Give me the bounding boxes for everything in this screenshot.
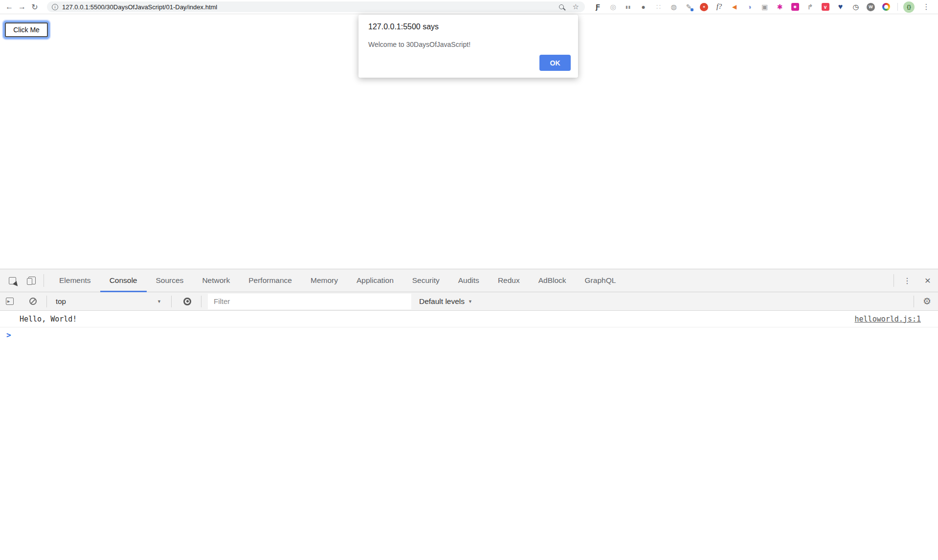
tabbar-right-separator — [893, 274, 894, 287]
back-icon[interactable]: ← — [3, 2, 16, 11]
columns-icon[interactable]: ▮▮ — [624, 2, 633, 12]
tab-graphql[interactable]: GraphQL — [576, 269, 625, 292]
chevron-down-icon: ▼ — [468, 299, 472, 304]
atom-pink-icon[interactable]: ✱ — [775, 2, 784, 12]
log-levels-select[interactable]: Default levels ▼ — [419, 297, 472, 306]
extensions-row: Ƒ ◎ ▮▮ ● ∷ ◍ ✎ ✶ f? ◀ ◑ ▣ ✱ ✱ ↱ v ♥ ◷ W — [593, 2, 891, 12]
page-content: Click Me 127.0.0.1:5500 says Welcome to … — [0, 15, 938, 269]
tab-application[interactable]: Application — [347, 269, 403, 292]
console-toolbar-separator — [171, 296, 172, 307]
gear-pink-icon[interactable]: ✱ — [791, 3, 799, 11]
tab-audits[interactable]: Audits — [449, 269, 489, 292]
elbow-icon[interactable]: ↱ — [805, 2, 815, 12]
prompt-chevron-icon: > — [6, 331, 11, 340]
url-bar[interactable]: i 127.0.0.1:5500/30DaysOfJavaScript/01-D… — [47, 1, 585, 12]
console-toolbar: ▶ top ▼ Default levels ▼ ⚙ — [0, 292, 938, 311]
frame-context-select[interactable]: top ▼ — [56, 297, 161, 305]
console-filter-input[interactable] — [208, 294, 411, 309]
eyedropper-icon[interactable]: ✎ — [684, 2, 693, 12]
reload-icon[interactable]: ↻ — [28, 2, 41, 12]
colorful-ring-icon[interactable] — [882, 3, 890, 11]
browser-toolbar: ← → ↻ i 127.0.0.1:5500/30DaysOfJavaScrip… — [0, 0, 938, 14]
page-info-icon[interactable]: i — [52, 4, 58, 10]
devtools-tabbar: Elements Console Sources Network Perform… — [0, 269, 938, 292]
console-toolbar-separator — [201, 296, 201, 307]
w-circle-icon[interactable]: W — [867, 3, 875, 11]
console-log-row: Hello, World! helloworld.js:1 — [0, 311, 938, 327]
url-text: 127.0.0.1:5500/30DaysOfJavaScript/01-Day… — [62, 3, 217, 11]
chevron-down-icon: ▼ — [157, 299, 161, 304]
console-messages: Hello, World! helloworld.js:1 > — [0, 311, 938, 342]
console-prompt[interactable]: > — [0, 327, 938, 342]
console-toolbar-separator — [46, 296, 47, 307]
console-toolbar-right: ⚙ — [904, 296, 938, 307]
live-expression-eye-icon[interactable] — [183, 298, 191, 305]
devtools-tabs: Elements Console Sources Network Perform… — [50, 269, 625, 292]
profile-avatar[interactable]: {} — [903, 1, 915, 13]
tab-adblock[interactable]: AdBlock — [529, 269, 576, 292]
log-levels-label: Default levels — [419, 297, 465, 306]
heart-search-icon[interactable]: ♥ — [836, 2, 845, 12]
stop-hand-icon[interactable]: ✶ — [700, 3, 708, 11]
fonts-ninja-icon[interactable]: Ƒ — [593, 2, 603, 12]
device-toolbar-icon[interactable] — [27, 277, 36, 285]
clear-console-icon[interactable] — [29, 298, 37, 305]
swirl-icon[interactable]: ◑ — [745, 2, 754, 12]
tab-performance[interactable]: Performance — [239, 269, 301, 292]
tab-memory[interactable]: Memory — [301, 269, 347, 292]
grid-disabled-icon[interactable]: ∷ — [654, 2, 663, 12]
tab-security[interactable]: Security — [403, 269, 449, 292]
inspect-element-icon[interactable] — [9, 277, 16, 284]
bookmark-star-icon[interactable]: ☆ — [573, 2, 579, 11]
f-question-icon[interactable]: f? — [715, 2, 724, 12]
clock-icon[interactable]: ◷ — [851, 2, 860, 12]
settings-gear-icon[interactable]: ⚙ — [923, 296, 931, 307]
dial-icon[interactable]: ◍ — [669, 2, 678, 12]
frame-context-label: top — [56, 297, 66, 305]
camera-icon[interactable]: ▣ — [760, 2, 769, 12]
browser-menu-icon[interactable]: ⋮ — [921, 2, 931, 11]
alert-message: Welcome to 30DaysOfJavaScript! — [368, 41, 470, 48]
tab-elements[interactable]: Elements — [50, 269, 100, 292]
source-link[interactable]: helloworld.js:1 — [855, 315, 921, 323]
zoom-indicator-icon[interactable] — [559, 4, 564, 9]
devtools-close-icon[interactable]: × — [917, 275, 938, 286]
alert-ok-button[interactable]: OK — [539, 55, 571, 71]
console-sidebar-toggle-icon[interactable]: ▶ — [6, 298, 14, 305]
alert-dialog: 127.0.0.1:5500 says Welcome to 30DaysOfJ… — [358, 15, 578, 78]
console-toolbar-separator — [914, 296, 914, 307]
pocket-icon[interactable]: v — [822, 3, 829, 11]
console-log-text: Hello, World! — [20, 315, 77, 323]
browser-window: ← → ↻ i 127.0.0.1:5500/30DaysOfJavaScrip… — [0, 0, 938, 560]
alert-title: 127.0.0.1:5500 says — [368, 22, 439, 31]
orbit-icon[interactable]: ◎ — [608, 2, 618, 12]
tabbar-right: ⋮ × — [886, 274, 938, 287]
devtools-menu-icon[interactable]: ⋮ — [902, 276, 913, 285]
click-me-button[interactable]: Click Me — [5, 22, 48, 37]
tab-console[interactable]: Console — [100, 269, 147, 292]
forward-icon[interactable]: → — [16, 2, 28, 11]
bug-icon[interactable]: ● — [639, 2, 648, 12]
megaphone-icon[interactable]: ◀ — [730, 2, 739, 12]
tab-network[interactable]: Network — [193, 269, 239, 292]
toolbar-separator — [897, 3, 898, 11]
tabbar-separator — [44, 274, 44, 287]
tab-sources[interactable]: Sources — [147, 269, 193, 292]
tab-redux[interactable]: Redux — [489, 269, 529, 292]
devtools-panel: Elements Console Sources Network Perform… — [0, 269, 938, 560]
